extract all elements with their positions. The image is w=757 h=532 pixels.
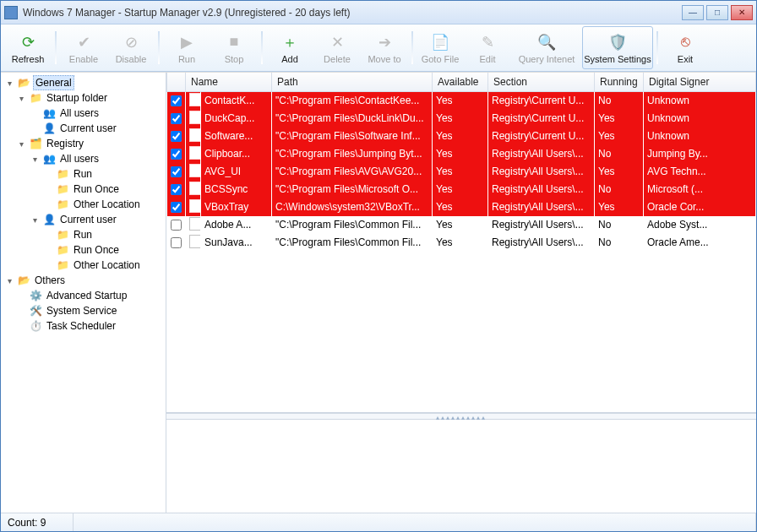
tree-pane[interactable]: ▾📂General ▾📁Startup folder 👥All users 👤C…	[1, 73, 166, 513]
tree-run-once[interactable]: 📁Run Once	[1, 182, 166, 197]
tree-reg-all-users[interactable]: ▾👥All users	[1, 151, 166, 166]
row-checkbox[interactable]	[171, 149, 182, 160]
col-section[interactable]: Section	[488, 73, 595, 91]
tree-other-location[interactable]: 📁Other Location	[1, 197, 166, 212]
cell-available: Yes	[433, 181, 488, 198]
table-row[interactable]: AVG_UI"C:\Program Files\AVG\AVG20...YesR…	[167, 163, 756, 181]
table-row[interactable]: ContactK..."C:\Program Files\ContactKee.…	[167, 91, 756, 110]
table-row[interactable]: Adobe A..."C:\Program Files\Common Fil..…	[167, 216, 756, 234]
tree-other-location[interactable]: 📁Other Location	[1, 258, 166, 273]
tree-startup-folder[interactable]: ▾📁Startup folder	[1, 90, 166, 106]
tree-task-scheduler[interactable]: ⏱️Task Scheduler	[1, 318, 166, 334]
app-icon	[189, 146, 201, 160]
tree-run[interactable]: 📁Run	[1, 166, 166, 182]
table-row[interactable]: Software..."C:\Program Files\Software In…	[167, 128, 756, 145]
tree-current-user[interactable]: 👤Current user	[1, 121, 166, 136]
cell-name: SunJava...	[201, 234, 272, 252]
system-settings-button[interactable]: 🛡️System Settings	[582, 26, 653, 69]
row-checkbox[interactable]	[171, 184, 182, 195]
enable-button[interactable]: ✔Enable	[60, 26, 107, 69]
cell-section: Registry\All Users\...	[488, 181, 595, 198]
arrow-right-icon: ➔	[374, 32, 395, 52]
row-checkbox[interactable]	[171, 95, 182, 106]
app-icon	[189, 217, 201, 231]
refresh-button[interactable]: ⟳Refresh	[4, 26, 52, 69]
col-available[interactable]: Available	[433, 73, 488, 91]
stop-button[interactable]: ■Stop	[210, 26, 258, 69]
status-empty	[74, 513, 756, 531]
app-icon	[189, 199, 201, 213]
delete-button[interactable]: ✕Delete	[313, 26, 361, 69]
maximize-button[interactable]: □	[706, 5, 728, 20]
tree-others[interactable]: ▾📂Others	[1, 273, 166, 288]
app-icon	[189, 164, 201, 177]
grid-header-row[interactable]: Name Path Available Section Running Digi…	[167, 73, 756, 91]
cell-name: VBoxTray	[201, 198, 272, 216]
row-checkbox[interactable]	[171, 166, 182, 177]
cell-name: ContactK...	[201, 91, 272, 110]
cell-section: Registry\Current U...	[488, 128, 595, 145]
cell-running: No	[595, 234, 644, 252]
cell-name: AVG_UI	[201, 163, 272, 181]
shield-icon: 🛡️	[607, 32, 628, 52]
exit-button[interactable]: ⎋Exit	[662, 26, 709, 69]
cell-section: Registry\All Users\...	[488, 234, 595, 252]
cell-signer: Microsoft (...	[644, 181, 756, 198]
grid-wrap[interactable]: Name Path Available Section Running Digi…	[166, 73, 756, 413]
toolbar: ⟳Refresh ✔Enable ⊘Disable ▶Run ■Stop ＋Ad…	[1, 24, 756, 72]
titlebar[interactable]: Windows 7 Manager - Startup Manager v2.9…	[1, 1, 756, 24]
tree-all-users[interactable]: 👥All users	[1, 106, 166, 121]
table-row[interactable]: Clipboar..."C:\Program Files\Jumping Byt…	[167, 145, 756, 163]
col-check[interactable]	[167, 73, 186, 91]
tree-reg-current-user[interactable]: ▾👤Current user	[1, 212, 166, 227]
row-checkbox[interactable]	[171, 202, 182, 213]
app-icon	[189, 128, 201, 142]
details-pane[interactable]	[166, 420, 756, 513]
tree-system-service[interactable]: 🛠️System Service	[1, 303, 166, 318]
row-checkbox[interactable]	[171, 237, 182, 248]
cell-available: Yes	[433, 216, 488, 234]
row-checkbox[interactable]	[171, 131, 182, 142]
startup-grid[interactable]: Name Path Available Section Running Digi…	[166, 73, 756, 252]
row-checkbox[interactable]	[171, 113, 182, 124]
edit-button[interactable]: ✎Edit	[464, 26, 511, 69]
service-icon: 🛠️	[29, 304, 42, 318]
col-signer[interactable]: Digital Signer	[644, 73, 756, 91]
col-path[interactable]: Path	[272, 73, 433, 91]
folder-icon: 📁	[56, 182, 69, 196]
separator	[656, 31, 658, 64]
row-checkbox[interactable]	[171, 220, 182, 231]
cell-section: Registry\All Users\...	[488, 198, 595, 216]
cell-signer: Unknown	[644, 91, 756, 110]
cell-running: No	[595, 91, 644, 110]
status-count: Count: 9	[1, 513, 74, 531]
splitter-horizontal[interactable]: ▴▴▴▴▴▴▴▴▴▴	[166, 413, 756, 420]
minimize-button[interactable]: —	[682, 5, 704, 20]
col-running[interactable]: Running	[595, 73, 644, 91]
col-name[interactable]: Name	[186, 73, 272, 91]
run-button[interactable]: ▶Run	[163, 26, 210, 69]
table-row[interactable]: DuckCap..."C:\Program Files\DuckLink\Du.…	[167, 110, 756, 128]
cell-running: No	[595, 216, 644, 234]
cell-running: Yes	[595, 110, 644, 128]
tree-advanced-startup[interactable]: ⚙️Advanced Startup	[1, 288, 166, 303]
users-icon: 👥	[42, 106, 56, 120]
tree-run-once[interactable]: 📁Run Once	[1, 242, 166, 258]
folder-icon: 📁	[56, 258, 69, 272]
moveto-button[interactable]: ➔Move to	[361, 26, 408, 69]
query-internet-button[interactable]: 🔍Query Intenet	[511, 26, 582, 69]
add-button[interactable]: ＋Add	[266, 26, 313, 69]
tree-run[interactable]: 📁Run	[1, 227, 166, 242]
tree-registry[interactable]: ▾🗂️Registry	[1, 136, 166, 151]
table-row[interactable]: VBoxTrayC:\Windows\system32\VBoxTr...Yes…	[167, 198, 756, 216]
cell-name: Clipboar...	[201, 145, 272, 163]
tree-general[interactable]: ▾📂General	[1, 75, 166, 90]
close-button[interactable]: ✕	[731, 5, 753, 20]
disable-button[interactable]: ⊘Disable	[107, 26, 155, 69]
cell-available: Yes	[433, 128, 488, 145]
gotofile-button[interactable]: 📄Goto File	[417, 26, 464, 69]
cell-signer: Oracle Cor...	[644, 198, 756, 216]
table-row[interactable]: SunJava..."C:\Program Files\Common Fil..…	[167, 234, 756, 252]
cell-path: C:\Windows\system32\VBoxTr...	[272, 198, 433, 216]
table-row[interactable]: BCSSync"C:\Program Files\Microsoft O...Y…	[167, 181, 756, 198]
